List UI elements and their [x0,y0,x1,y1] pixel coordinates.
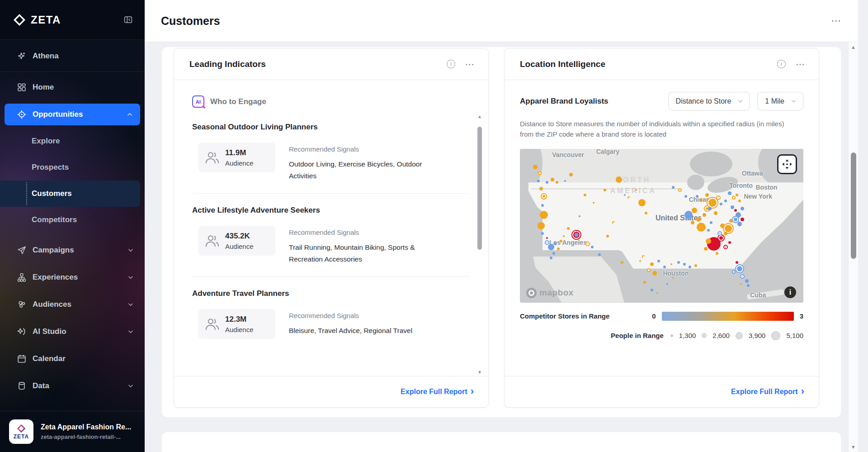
map-data-dot [720,224,725,228]
map-data-dot [546,181,548,184]
scroll-down-icon[interactable]: ▼ [849,444,858,450]
map-data-dot [598,253,601,256]
map-pan-control[interactable] [777,154,797,174]
sidebar-item-data[interactable]: Data [0,372,145,400]
audience-label: Audience [225,326,254,333]
metric-dropdown[interactable]: Distance to Store [668,92,750,110]
cards-panel: Leading Indicators i ⋯ AI ✦ Who to Engag… [162,47,841,417]
ai-sparkle-glyph: ✦ [203,105,206,110]
map-city-label: Toronto [729,182,753,189]
map-data-dot [710,221,712,224]
map-data-dot [612,221,615,224]
segment-row: 11.9M Audience Recommended Signals Outdo… [192,143,470,181]
info-icon[interactable]: i [447,60,455,68]
dropdown-value: 1 Mile [765,97,784,105]
sidebar-item-label: Athena [33,52,59,61]
map-city-label: Houston [663,270,689,277]
legend-label: Competitor Stores in Range [520,312,609,320]
zeta-diamond-icon [14,14,25,26]
home-grid-icon [16,82,27,92]
card-header: Location Intelligence i ⋯ [505,48,819,80]
map-data-dot [723,245,728,249]
radius-dropdown[interactable]: 1 Mile [757,92,803,110]
info-icon[interactable]: i [777,60,786,68]
page-scrollbar[interactable]: ▲ ▼ [848,42,858,452]
map-data-dot [716,252,718,255]
legend-min: 0 [652,312,656,320]
map-city-label: Vancouver [552,151,584,158]
sidebar-collapse-button[interactable] [123,15,133,24]
map-data-dot [621,261,623,264]
sidebar-item-experiences[interactable]: Experiences [0,264,145,291]
scroll-down-icon[interactable]: ▼ [476,370,483,375]
location-intelligence-card: Location Intelligence i ⋯ Apparel Brand … [504,48,819,408]
zeta-logo[interactable]: ZETA [14,14,61,26]
sidebar-item-ai-studio[interactable]: AI Studio [0,318,145,345]
map-data-dot [579,215,580,217]
sidebar-item-label: Audiences [33,300,71,309]
sidebar-item-label: Competitors [32,215,77,224]
map-data-dot [656,292,658,294]
target-icon [16,109,27,119]
scroll-up-icon[interactable]: ▲ [476,114,483,119]
sidebar-item-calendar[interactable]: Calendar [0,345,145,372]
scroll-up-icon[interactable]: ▲ [849,44,858,50]
signals-label: Recommended Signals [289,312,412,319]
explore-full-report-link[interactable]: Explore Full Report › [401,387,474,396]
map-data-dot [740,274,745,279]
map-data-dot [745,279,749,283]
map-canvas[interactable]: NORTH AMERICA mapbox i VancouverCalgaryO… [520,149,803,303]
map-data-dot [552,252,555,255]
card-menu-dots-icon[interactable]: ⋯ [465,62,475,67]
sidebar-item-campaigns[interactable]: Campaigns [0,237,145,264]
sidebar-item-label: Data [33,381,49,390]
signals-label: Recommended Signals [289,228,438,236]
map-data-dot [567,227,570,230]
map-data-dot [728,241,731,244]
card-footer: Explore Full Report › [505,376,819,407]
sidebar-item-label: Opportunities [33,110,83,119]
mapbox-logo[interactable]: mapbox [526,288,574,298]
map-data-dot [684,211,693,219]
sidebar-item-home[interactable]: Home [0,74,145,101]
sidebar-item-label: Customers [27,189,72,198]
people-value: 3,900 [749,332,766,339]
circles-icon [16,300,27,309]
legend-max: 3 [800,312,803,320]
chevron-down-icon [791,98,797,104]
card-menu-dots-icon[interactable]: ⋯ [796,62,805,67]
map-attribution-icon[interactable]: i [784,286,796,298]
map-data-dot [556,181,558,184]
sidebar-item-label: Experiences [33,273,78,282]
sidebar-item-explore[interactable]: Explore [0,128,145,154]
map-data-dot [616,176,622,183]
audience-label: Audience [225,243,254,250]
map-data-dot [545,240,549,245]
scrollbar-thumb[interactable] [851,152,856,259]
map-data-dot [703,213,706,217]
who-to-engage-row: AI ✦ Who to Engage [192,95,470,108]
chevron-up-icon [127,111,133,118]
segment-title: Adventure Travel Planners [192,289,470,298]
workspace-logo-text: ZETA [14,433,29,440]
sidebar-item-competitors[interactable]: Competitors [0,207,145,233]
scrollbar-thumb[interactable] [477,127,482,250]
map-data-dot [538,171,542,175]
sidebar-item-customers[interactable]: Customers [0,181,140,207]
workspace-logo: ZETA [9,419,33,444]
workspace-switcher[interactable]: ZETA Zeta Apparel Fashion Re... zeta-app… [0,411,145,452]
page-menu-dots-icon[interactable]: ⋯ [831,16,842,26]
list-scrollbar[interactable]: ▲ ▼ [476,114,483,375]
explore-full-report-link[interactable]: Explore Full Report › [731,387,804,396]
map-data-dot [557,247,560,250]
map-data-dot [747,284,750,287]
map-data-dot [732,270,736,274]
sidebar-item-audiences[interactable]: Audiences [0,291,145,318]
sidebar-item-opportunities[interactable]: Opportunities [5,104,140,125]
signals-text: Trail Running, Mountain Biking, Sports &… [289,242,438,265]
calendar-icon [16,354,27,364]
main-area: Customers ⋯ Leading Indicators i ⋯ AI [145,0,858,452]
sidebar-item-athena[interactable]: Athena [0,43,145,70]
map-data-dot [707,229,710,232]
sidebar-item-prospects[interactable]: Prospects [0,154,145,181]
